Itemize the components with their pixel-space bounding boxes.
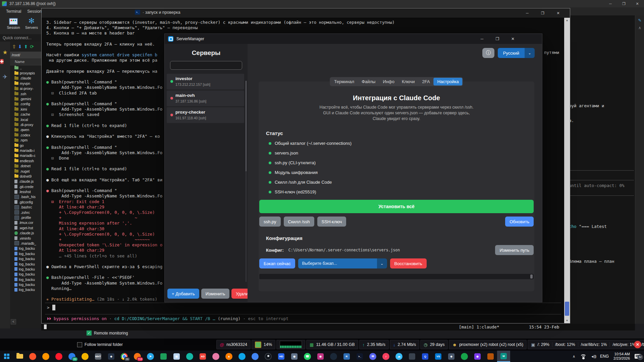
tab-Терминал[interactable]: Терминал xyxy=(330,78,358,85)
sidebar-scrollbar[interactable] xyxy=(246,81,247,282)
pencil-icon[interactable]: ✎ xyxy=(635,18,644,23)
tab-Инфо[interactable]: Инфо xyxy=(379,78,398,85)
refresh-button[interactable]: Обновить xyxy=(505,217,534,227)
hd-app[interactable]: HD xyxy=(275,351,288,362)
servermanager-titlebar[interactable]: ServerManager ─ ❐ ✕ xyxy=(165,34,542,44)
scroll-down-icon[interactable]: ▼ xyxy=(564,319,570,322)
green-chat-app[interactable] xyxy=(458,351,471,362)
file-row[interactable]: .wget-hst xyxy=(10,225,41,230)
mht-app[interactable]: MHT xyxy=(92,351,105,362)
camera-app[interactable]: ◉ xyxy=(288,351,301,362)
info-button[interactable]: ⓘ xyxy=(482,48,494,58)
edge-browser[interactable]: 20 xyxy=(65,351,78,362)
steam-app[interactable] xyxy=(327,351,340,362)
follow-terminal-checkbox[interactable] xyxy=(77,342,82,347)
wifi-icon[interactable] xyxy=(580,354,586,359)
maximize-icon[interactable]: ❐ xyxy=(535,8,550,18)
r-app[interactable]: R xyxy=(340,351,353,362)
media-player-app[interactable] xyxy=(235,351,249,362)
start-button[interactable] xyxy=(0,351,13,362)
servers-button[interactable]: ✻ Servers xyxy=(22,16,41,29)
add-server-button[interactable]: + Добавить xyxy=(167,289,199,299)
server-search-input[interactable] xyxy=(170,61,242,70)
telegram-app[interactable]: ➤ xyxy=(144,351,157,362)
input-language[interactable]: ENG xyxy=(600,354,609,359)
taskbar-clock[interactable]: 10:54 AM 2/23/2026 xyxy=(613,352,630,361)
mobaxterm-active[interactable]: M xyxy=(497,351,510,362)
file-row[interactable]: myvpn xyxy=(10,81,41,86)
log-output-strip[interactable] xyxy=(259,274,534,279)
log-scrollbar-thumb[interactable] xyxy=(530,275,533,279)
file-row[interactable]: log_backu xyxy=(10,261,41,266)
teal-app[interactable] xyxy=(183,351,196,362)
writer-doc-app[interactable]: ▤ xyxy=(170,351,183,362)
file-explorer[interactable] xyxy=(13,351,26,362)
component-button--ssh[interactable]: Скилл /ssh xyxy=(284,217,314,227)
current-path[interactable]: /root/ xyxy=(10,52,41,58)
terminal-app[interactable]: >_ xyxy=(353,351,366,362)
maximize-icon[interactable]: ❐ xyxy=(490,34,505,44)
component-button-ssh-[interactable]: SSH-ключ xyxy=(317,217,346,227)
minimize-icon[interactable]: ─ xyxy=(474,34,490,44)
file-row[interactable]: .qwen xyxy=(10,127,41,132)
file-row[interactable]: endlessh xyxy=(10,158,41,163)
instagram-app[interactable]: ◉ xyxy=(314,351,327,362)
file-row[interactable]: .gemini xyxy=(10,96,41,101)
close-icon[interactable]: ✕ xyxy=(550,8,566,18)
scroll-up-icon[interactable]: ∧ xyxy=(635,25,644,30)
file-row[interactable]: .mariadb_ xyxy=(10,241,41,246)
tray-expand-icon[interactable]: ∧ xyxy=(573,354,575,359)
maximize-icon[interactable]: ❐ xyxy=(617,2,631,6)
name-column-header[interactable]: Name xyxy=(10,58,41,65)
scrollbar-thumb[interactable] xyxy=(565,302,569,316)
file-row[interactable]: .config xyxy=(10,102,41,107)
file-row[interactable]: mariadb-i xyxy=(10,148,41,153)
quick-connect-input[interactable]: Quick connect... xyxy=(0,34,44,42)
file-panel-scroll-left[interactable]: < xyxy=(11,319,16,324)
file-row[interactable]: .di-proxy xyxy=(10,122,41,127)
component-button-ssh-py[interactable]: ssh.py xyxy=(259,217,281,227)
send-plane-icon[interactable]: ✈ xyxy=(0,71,10,83)
anydesk-app[interactable]: AD xyxy=(196,351,209,362)
backup-select-dropdown[interactable]: Выберите бэкап... ⌄ xyxy=(298,258,387,268)
blue-globe-app[interactable] xyxy=(249,351,262,362)
file-row[interactable]: .bash_his xyxy=(10,194,41,199)
file-row[interactable]: log_backu xyxy=(10,282,41,287)
paint-app[interactable] xyxy=(209,351,222,362)
file-row[interactable]: ai-proxy- xyxy=(10,86,41,91)
file-row[interactable]: proxyapis xyxy=(10,70,41,75)
session-button[interactable]: Session xyxy=(4,16,23,29)
file-row[interactable]: .claude xyxy=(10,76,41,81)
terminal-titlebar[interactable]: >_ · запуск и проверка ─ ❐ ✕ xyxy=(42,8,570,18)
tab-2FA[interactable]: 2FA xyxy=(419,78,434,85)
minimize-icon[interactable]: ─ xyxy=(520,8,535,18)
terminal-tab[interactable]: >_ · запуск и проверка xyxy=(135,10,180,15)
remote-monitoring-checkbox[interactable]: ✓ xyxy=(87,330,92,336)
opera-browser[interactable] xyxy=(52,351,65,362)
cloud-app[interactable]: ☁ xyxy=(392,351,406,362)
purple-cam-app[interactable]: ◉ xyxy=(471,351,484,362)
terminal-scrollbar[interactable]: ▲ ▼ xyxy=(564,18,570,323)
file-row[interactable]: .nuget xyxy=(10,169,41,174)
dev-tile-app[interactable]: ◈ xyxy=(105,351,118,362)
file-row[interactable]: .profile xyxy=(10,215,41,220)
language-dropdown[interactable]: Русский ⌄ xyxy=(498,48,535,58)
file-row[interactable]: .dotnet xyxy=(10,163,41,168)
file-row[interactable]: .bashrc xyxy=(10,205,41,210)
vlc-player[interactable]: ▲ xyxy=(222,351,235,362)
file-row[interactable]: .lesshst xyxy=(10,189,41,194)
file-row[interactable]: .cache xyxy=(10,112,41,117)
obs-studio[interactable] xyxy=(262,351,275,362)
tab-Настройка[interactable]: Настройка xyxy=(434,78,463,85)
file-row[interactable]: .codex xyxy=(10,132,41,137)
claude-input-box[interactable]: > xyxy=(47,305,55,310)
file-row[interactable]: log_backu xyxy=(10,287,41,292)
tab-Файлы[interactable]: Файлы xyxy=(358,78,379,85)
file-row[interactable]: .tmux.cor xyxy=(10,220,41,225)
file-row[interactable]: .viminfo xyxy=(10,236,41,241)
tools-icon[interactable]: ✚ xyxy=(0,59,4,64)
restore-button[interactable]: Восстановить xyxy=(390,258,427,268)
change-path-button[interactable]: Изменить путь xyxy=(495,245,534,255)
notification-center-icon[interactable]: 32 xyxy=(635,354,641,359)
file-row[interactable]: .. xyxy=(10,65,41,70)
